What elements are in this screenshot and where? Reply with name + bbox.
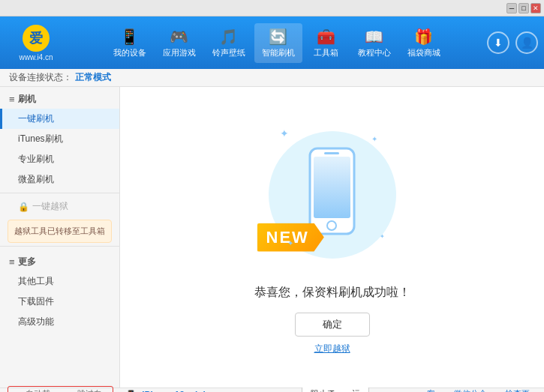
- header: 爱 www.i4.cn 📱 我的设备 🎮 应用游戏 🎵 铃声壁纸 🔄 智能刷机 …: [0, 16, 544, 69]
- device-icon: 📱: [125, 390, 137, 393]
- sidebar: ≡ 刷机 一键刷机 iTunes刷机 专业刷机 微盈刷机 🔒 一键越狱 越狱工具…: [0, 87, 120, 388]
- star-1: ✦: [280, 127, 289, 139]
- nav-fudai[interactable]: 🎁 福袋商城: [400, 23, 448, 63]
- main-content: ✦ ✦ ✦ ✦ NEW: [120, 87, 544, 388]
- sidebar-itunes-flash[interactable]: iTunes刷机: [0, 129, 119, 149]
- status-bar: 自动截连 跳过向导 📱 iPhone 12 mini 64GB Down-12m…: [0, 388, 544, 392]
- nav-ringtones[interactable]: 🎵 铃声壁纸: [205, 23, 253, 63]
- ringtones-label: 铃声壁纸: [212, 47, 245, 58]
- sidebar-pro-flash[interactable]: 专业刷机: [0, 149, 119, 169]
- confirm-button[interactable]: 确定: [295, 313, 370, 337]
- tutorial-label: 教程中心: [358, 47, 391, 58]
- title-bar: ─ □ ✕: [0, 0, 544, 16]
- sidebar-one-click-flash[interactable]: 一键刷机: [0, 109, 119, 129]
- close-btn[interactable]: ✕: [530, 3, 541, 13]
- ringtones-icon: 🎵: [219, 28, 238, 46]
- svg-rect-3: [324, 152, 339, 154]
- nav-apps-games[interactable]: 🎮 应用游戏: [155, 23, 203, 63]
- sidebar-flash-section: ≡ 刷机: [0, 87, 119, 109]
- star-2: ✦: [371, 135, 377, 143]
- minimize-btn[interactable]: ─: [506, 3, 517, 13]
- sidebar-jailbreak-info: 越狱工具已转移至工具箱: [8, 220, 112, 243]
- sidebar-advanced[interactable]: 高级功能: [0, 312, 119, 332]
- sidebar-data-flash[interactable]: 微盈刷机: [0, 169, 119, 190]
- device-info: 📱 iPhone 12 mini 64GB: [125, 390, 228, 393]
- auto-connect-label[interactable]: 自动截连: [26, 388, 57, 393]
- more-section-icon: ≡: [9, 256, 15, 268]
- logo[interactable]: 爱 www.i4.cn: [6, 25, 66, 61]
- tutorial-icon: 📖: [365, 28, 383, 46]
- connection-status-bar: 设备连接状态： 正常模式: [0, 69, 544, 87]
- nav-toolbox[interactable]: 🧰 工具箱: [304, 23, 349, 63]
- nav-my-device[interactable]: 📱 我的设备: [106, 23, 154, 63]
- customer-service-link[interactable]: 客服: [427, 388, 443, 393]
- success-message: 恭喜您，保资料刷机成功啦！: [254, 285, 410, 301]
- toolbox-icon: 🧰: [317, 28, 335, 46]
- logo-url: www.i4.cn: [19, 53, 53, 61]
- sidebar-divider-1: [0, 193, 119, 193]
- nav-tutorial[interactable]: 📖 教程中心: [350, 23, 398, 63]
- apps-games-label: 应用游戏: [163, 47, 196, 58]
- flash-section-icon: ≡: [9, 94, 15, 105]
- lock-icon: 🔒: [18, 202, 29, 212]
- sidebar-download-firmware[interactable]: 下载固件: [0, 292, 119, 312]
- sidebar-other-tools[interactable]: 其他工具: [0, 271, 119, 292]
- my-device-icon: 📱: [120, 28, 139, 46]
- download-btn[interactable]: ⬇: [487, 31, 509, 54]
- check-update-link[interactable]: 检查更新: [505, 388, 536, 393]
- user-btn[interactable]: 👤: [515, 31, 538, 54]
- logo-icon: 爱: [23, 25, 50, 52]
- maximize-btn[interactable]: □: [518, 3, 529, 13]
- smart-shop-label: 智能刷机: [262, 47, 295, 58]
- skip-wizard-label[interactable]: 跳过向导: [77, 388, 109, 393]
- my-device-label: 我的设备: [113, 47, 146, 58]
- rejailbreak-link[interactable]: 立即越狱: [314, 343, 350, 355]
- main-area: ≡ 刷机 一键刷机 iTunes刷机 专业刷机 微盈刷机 🔒 一键越狱 越狱工具…: [0, 87, 544, 388]
- toolbox-label: 工具箱: [314, 47, 338, 58]
- new-badge: NEW: [257, 223, 324, 252]
- phone-svg: [308, 146, 356, 236]
- sidebar-more-section: ≡ 更多: [0, 250, 119, 271]
- nav-smart-shop[interactable]: 🔄 智能刷机: [254, 23, 302, 63]
- jailbreak-label: 一键越狱: [32, 200, 68, 213]
- header-right-buttons: ⬇ 👤: [487, 31, 538, 54]
- more-section-label: 更多: [18, 256, 36, 268]
- nav-bar: 📱 我的设备 🎮 应用游戏 🎵 铃声壁纸 🔄 智能刷机 🧰 工具箱 📖 教程中心…: [74, 23, 479, 63]
- flash-section-label: 刷机: [18, 93, 36, 106]
- connection-status-label: 设备连接状态：: [9, 71, 72, 84]
- phone-illustration: ✦ ✦ ✦ ✦ NEW: [265, 120, 400, 270]
- star-4: ✦: [287, 239, 293, 247]
- device-name: iPhone 12 mini: [142, 390, 206, 393]
- connection-mode: 正常模式: [75, 71, 111, 84]
- fudai-label: 福袋商城: [407, 47, 440, 58]
- star-3: ✦: [380, 233, 385, 240]
- apps-games-icon: 🎮: [170, 28, 188, 46]
- checkbox-group: 自动截连 跳过向导: [8, 386, 113, 393]
- smart-shop-icon: 🔄: [269, 28, 287, 46]
- svg-rect-1: [314, 157, 350, 218]
- sidebar-jailbreak-section: 🔒 一键越狱: [0, 196, 119, 217]
- wechat-link[interactable]: 微信公众号: [454, 388, 493, 393]
- fudai-icon: 🎁: [414, 28, 433, 46]
- sidebar-divider-2: [0, 246, 119, 247]
